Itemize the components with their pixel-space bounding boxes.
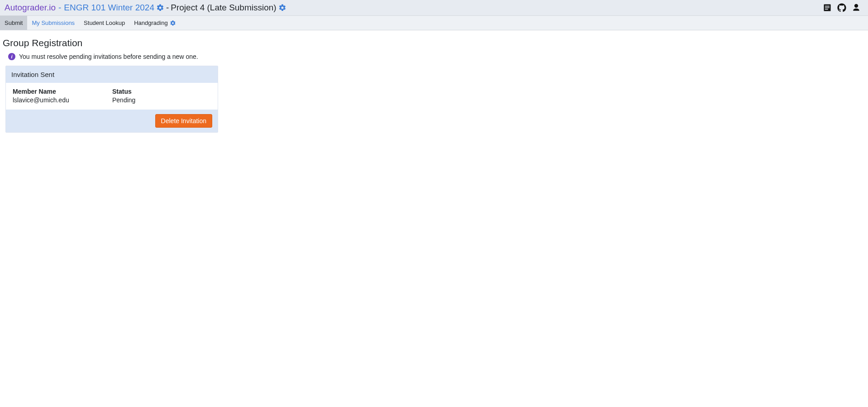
top-header: Autograder.io - ENGR 101 Winter 2024 - P… — [0, 0, 868, 16]
docs-icon[interactable] — [823, 3, 832, 12]
member-name-cell: lslavice@umich.edu — [12, 96, 112, 104]
info-icon: i — [8, 53, 15, 60]
column-header-status: Status — [112, 87, 211, 96]
invitation-card: Invitation Sent Member Name Status lslav… — [5, 66, 218, 133]
breadcrumb: Autograder.io - ENGR 101 Winter 2024 - P… — [5, 3, 286, 13]
tab-handgrading-label: Handgrading — [134, 19, 167, 26]
github-icon[interactable] — [837, 3, 846, 12]
main-content: Group Registration i You must resolve pe… — [0, 30, 868, 137]
project-settings-gear-icon[interactable] — [278, 4, 286, 12]
tab-submit[interactable]: Submit — [0, 16, 27, 30]
member-status-cell: Pending — [112, 96, 211, 104]
header-icons — [823, 3, 863, 12]
course-link[interactable]: ENGR 101 Winter 2024 — [64, 3, 154, 13]
breadcrumb-separator: - — [58, 3, 61, 13]
column-header-name: Member Name — [12, 87, 112, 96]
invitation-card-title: Invitation Sent — [6, 66, 218, 83]
site-home-link[interactable]: Autograder.io — [5, 3, 56, 13]
table-row: lslavice@umich.edu Pending — [12, 96, 211, 104]
invitation-card-footer: Delete Invitation — [6, 110, 218, 132]
delete-invitation-button[interactable]: Delete Invitation — [155, 114, 212, 128]
tab-bar: Submit My Submissions Student Lookup Han… — [0, 16, 868, 30]
tab-student-lookup[interactable]: Student Lookup — [79, 16, 129, 30]
breadcrumb-separator-2: - — [166, 3, 169, 13]
info-banner: i You must resolve pending invitations b… — [3, 53, 865, 60]
page-title: Group Registration — [3, 38, 865, 48]
tab-my-submissions[interactable]: My Submissions — [27, 16, 79, 30]
course-settings-gear-icon[interactable] — [156, 4, 164, 12]
user-menu-icon[interactable] — [852, 3, 861, 12]
handgrading-settings-gear-icon[interactable] — [170, 20, 176, 26]
tab-handgrading[interactable]: Handgrading — [129, 16, 180, 30]
invitation-table: Member Name Status lslavice@umich.edu Pe… — [6, 83, 218, 110]
info-message: You must resolve pending invitations bef… — [19, 53, 198, 60]
project-name: Project 4 (Late Submission) — [171, 3, 276, 13]
